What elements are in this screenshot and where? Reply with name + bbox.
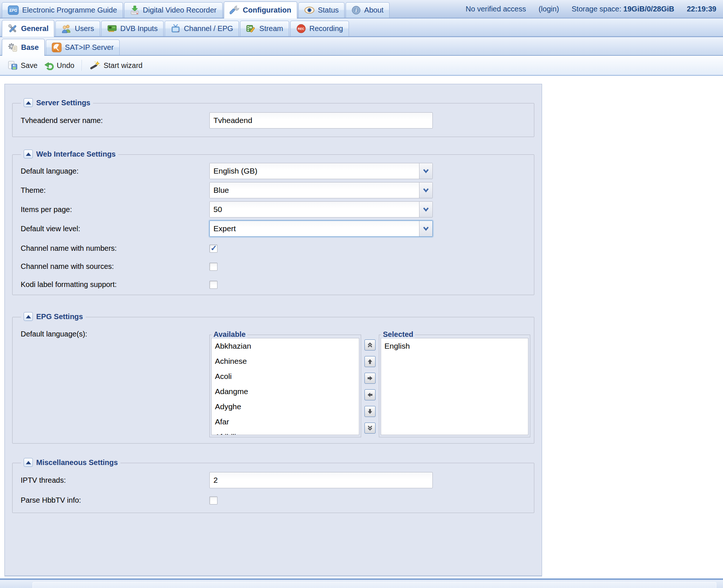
tab-dvr[interactable]: Digital Video Recorder [124,2,223,18]
select-value[interactable]: Blue [210,182,419,198]
selected-languages-box: Selected English [379,335,530,437]
available-languages-box: Available Abkhazian Achinese Acoli Adang… [209,335,361,437]
tab-dvb-inputs[interactable]: DVB Inputs [101,21,164,36]
server-name-input[interactable] [209,112,433,129]
tab-label: Users [75,24,94,33]
epg-icon: EPG [8,5,19,15]
channel-name-numbers-checkbox[interactable] [209,245,217,253]
tab-about[interactable]: i About [346,2,389,18]
tab-label: DVB Inputs [120,24,158,33]
wizard-wand-icon [90,61,100,71]
tab-users[interactable]: Users [55,21,100,36]
tab-general[interactable]: General [2,20,54,37]
tab-label: Base [21,43,39,52]
available-languages-list[interactable]: Abkhazian Achinese Acoli Adangme Adyghe … [211,338,359,435]
save-button[interactable]: Save [4,59,41,72]
dvr-icon [130,5,140,15]
channel-name-sources-checkbox[interactable] [209,263,217,271]
content-area: Server Settings Tvheadend server name: W… [0,76,723,576]
access-status: No verified access [466,5,526,13]
tab-label: Electronic Programme Guide [22,6,117,14]
undo-label: Undo [57,61,75,70]
field-label: Default language: [21,167,209,175]
chevron-down-icon[interactable] [419,182,432,198]
field-label: Kodi label formatting support: [21,280,209,289]
kodi-label-checkbox[interactable] [209,281,217,289]
field-row: Default language: English (GB) [21,163,534,179]
arrow-left-icon [367,392,373,398]
tab-recording[interactable]: REC Recording [290,21,349,36]
double-chevron-up-icon [367,342,373,348]
tab-epg[interactable]: EPG Electronic Programme Guide [2,2,123,18]
chevron-down-icon[interactable] [419,221,432,236]
list-item[interactable]: Achinese [212,353,359,369]
field-row: IPTV threads: [21,472,534,488]
info-icon: i [352,6,361,15]
toolbar-separator [82,60,82,71]
section-legend: Server Settings [21,98,93,107]
field-row: Items per page: 50 [21,201,534,218]
chevron-down-icon[interactable] [419,202,432,217]
clock: 22:19:39 [687,5,716,13]
list-item[interactable]: Adyghe [212,399,359,414]
field-label: Parse HbbTV info: [21,496,209,505]
move-left-button[interactable] [364,389,376,400]
field-row: Default language(s): Available Abkhazian… [21,330,534,439]
section-server-settings: Server Settings Tvheadend server name: [12,103,534,137]
move-to-top-button[interactable] [364,339,376,351]
section-legend: Miscellaneous Settings [21,458,120,467]
theme-select[interactable]: Blue [209,182,433,198]
arrow-right-icon [367,375,373,381]
select-value[interactable]: 50 [210,202,419,217]
tab-base[interactable]: Base [2,39,45,56]
items-per-page-select[interactable]: 50 [209,201,433,218]
tools-icon [8,24,18,34]
field-row: Tvheadend server name: [21,112,534,129]
move-down-button[interactable] [364,406,376,417]
list-item[interactable]: Abkhazian [212,338,359,353]
tab-label: Digital Video Recorder [143,6,217,14]
collapse-button[interactable] [24,150,33,158]
tab-label: About [364,6,383,14]
move-right-button[interactable] [364,373,376,384]
tab-status[interactable]: Status [298,2,345,18]
iptv-threads-input[interactable] [209,472,433,488]
dvb-card-icon [107,24,117,33]
section-title: Server Settings [36,99,90,107]
login-link[interactable]: (login) [538,5,559,13]
bottom-panel-inner [32,582,716,588]
list-item[interactable]: Afrihili [212,429,359,435]
tab-satip-server[interactable]: SAT>IP Server [46,40,120,55]
chevron-down-icon[interactable] [419,163,432,179]
move-to-bottom-button[interactable] [364,423,376,434]
undo-button[interactable]: Undo [41,59,78,72]
general-tab-bar: Base SAT>IP Server [0,37,723,56]
list-item[interactable]: Acoli [212,369,359,384]
collapse-button[interactable] [24,98,33,107]
move-up-button[interactable] [364,356,376,367]
default-language-select[interactable]: English (GB) [209,163,433,179]
list-item[interactable]: Adangme [212,384,359,399]
field-row: Channel name with numbers: [21,239,534,257]
collapse-button[interactable] [24,458,33,467]
main-tab-bar: EPG Electronic Programme Guide Digital V… [0,0,723,18]
tab-label: Stream [259,24,283,33]
field-label: IPTV threads: [21,476,209,485]
collapse-button[interactable] [24,312,33,321]
tab-stream[interactable]: Stream [240,21,289,36]
selected-languages-list[interactable]: English [381,338,528,435]
list-item[interactable]: Afar [212,414,359,429]
field-row: Theme: Blue [21,182,534,198]
tab-configuration[interactable]: Configuration [224,1,297,18]
tab-channel-epg[interactable]: Channel / EPG [165,21,239,36]
parse-hbbtv-checkbox[interactable] [209,496,217,505]
default-view-level-select[interactable]: Expert [209,220,433,237]
save-label: Save [21,61,38,70]
select-value[interactable]: English (GB) [210,163,419,179]
tab-label: Status [318,6,339,14]
section-legend: EPG Settings [21,312,86,321]
start-wizard-button[interactable]: Start wizard [86,59,146,72]
select-value[interactable]: Expert [210,221,419,236]
undo-icon [44,61,54,70]
list-item[interactable]: English [381,338,528,353]
